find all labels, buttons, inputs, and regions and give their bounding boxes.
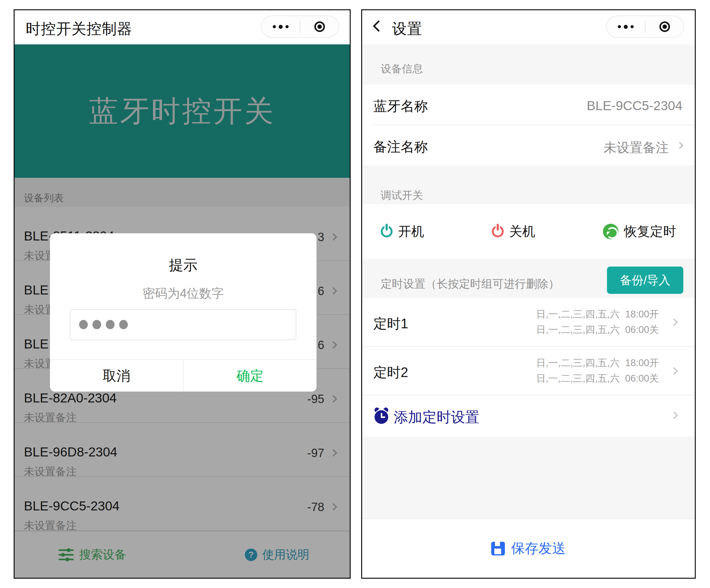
timer-group-row[interactable]: 定时1 日,一,二,三,四,五,六18:00开 日,一,二,三,四,五,六06:…: [362, 298, 695, 347]
ellipsis-icon: [618, 25, 634, 29]
save-icon: [491, 542, 505, 556]
device-info-label: 设备信息: [381, 62, 423, 76]
timers-card: 定时1 日,一,二,三,四,五,六18:00开 日,一,二,三,四,五,六06:…: [362, 298, 695, 437]
bluetooth-name-label: 蓝牙名称: [373, 97, 428, 115]
minimize-button[interactable]: [645, 16, 684, 37]
timer-on-days: 日,一,二,三,四,五,六: [536, 357, 620, 368]
timer-settings-label: 定时设置（长按定时组可进行删除）: [381, 277, 560, 292]
power-off-button[interactable]: 关机: [492, 223, 535, 240]
timer-name: 定时1: [373, 315, 408, 333]
confirm-button[interactable]: 确定: [184, 360, 317, 392]
timer-name: 定时2: [373, 363, 408, 382]
add-timer-label: 添加定时设置: [394, 408, 479, 427]
power-on-button[interactable]: 开机: [381, 223, 424, 240]
restore-timing-label: 恢复定时: [624, 223, 676, 240]
right-navbar: 设置: [362, 10, 695, 44]
bluetooth-name-value: BLE-9CC5-2304: [587, 98, 682, 113]
minimize-button[interactable]: [300, 16, 338, 37]
save-send-bar: 保存发送: [362, 518, 695, 578]
settings-screen: 设置 设备信息 蓝牙名称 BLE-9CC5-2304 备注名称 未设置备注 调试…: [361, 9, 696, 579]
password-input[interactable]: [70, 309, 297, 340]
password-dot: [93, 320, 101, 329]
power-on-label: 开机: [398, 223, 424, 240]
debug-switch-label: 调试开关: [381, 188, 423, 203]
wechat-capsule: [261, 16, 339, 38]
dialog-title: 提示: [50, 256, 316, 275]
timer-on-days: 日,一,二,三,四,五,六: [536, 309, 620, 320]
timer-on-time: 18:00开: [625, 357, 659, 368]
power-off-label: 关机: [509, 223, 535, 240]
add-timer-row[interactable]: 添加定时设置: [362, 395, 695, 436]
password-dot: [79, 320, 88, 329]
chevron-right-icon: [670, 367, 678, 375]
restore-timing-button[interactable]: 恢复定时: [603, 223, 676, 240]
settings-title: 设置: [392, 19, 422, 39]
target-icon: [314, 21, 325, 32]
remark-name-label: 备注名称: [373, 138, 428, 156]
timer-group-row[interactable]: 定时2 日,一,二,三,四,五,六18:00开 日,一,二,三,四,五,六06:…: [362, 347, 695, 395]
timer-schedule: 日,一,二,三,四,五,六18:00开 日,一,二,三,四,五,六06:00关: [536, 307, 659, 337]
chevron-right-icon: [670, 319, 678, 326]
power-off-icon: [492, 226, 504, 237]
power-on-icon: [381, 226, 393, 237]
password-dot: [119, 320, 128, 329]
restore-icon: [603, 224, 618, 239]
timer-off-time: 06:00关: [625, 324, 659, 335]
left-navbar: 时控开关控制器: [15, 10, 350, 44]
debug-switch-card: 开机 关机 恢复定时: [362, 204, 695, 259]
page-title: 时控开关控制器: [26, 19, 132, 39]
timer-off-time: 06:00关: [625, 373, 659, 384]
backup-import-button[interactable]: 备份/导入: [607, 266, 683, 294]
remark-name-value: 未设置备注: [604, 139, 669, 157]
password-dialog: 提示 密码为4位数字 取消 确定: [50, 233, 316, 392]
back-icon[interactable]: [373, 21, 384, 32]
password-dot: [106, 320, 115, 329]
wechat-capsule: [606, 16, 684, 38]
timer-schedule: 日,一,二,三,四,五,六18:00开 日,一,二,三,四,五,六06:00关: [536, 355, 659, 386]
timer-off-days: 日,一,二,三,四,五,六: [536, 373, 620, 384]
save-send-button[interactable]: 保存发送: [511, 539, 566, 558]
dialog-message: 密码为4位数字: [50, 285, 316, 302]
cancel-button[interactable]: 取消: [50, 360, 184, 392]
chevron-right-icon: [670, 411, 678, 419]
device-info-card: 蓝牙名称 BLE-9CC5-2304 备注名称 未设置备注: [362, 85, 695, 165]
chevron-right-icon: [676, 141, 683, 149]
dialog-buttons: 取消 确定: [50, 359, 316, 392]
alarm-clock-icon: [373, 408, 389, 424]
timer-off-days: 日,一,二,三,四,五,六: [536, 324, 620, 335]
bluetooth-name-row: 蓝牙名称 BLE-9CC5-2304: [362, 85, 695, 125]
target-icon: [659, 21, 670, 32]
more-menu-button[interactable]: [262, 16, 300, 37]
timer-on-time: 18:00开: [625, 309, 659, 320]
remark-name-row[interactable]: 备注名称 未设置备注: [373, 125, 695, 165]
more-menu-button[interactable]: [607, 16, 645, 37]
device-list-screen: 时控开关控制器 蓝牙时控开关 设备列表 BLE-8511-2304 未设置备注 …: [14, 9, 351, 579]
ellipsis-icon: [273, 25, 289, 29]
